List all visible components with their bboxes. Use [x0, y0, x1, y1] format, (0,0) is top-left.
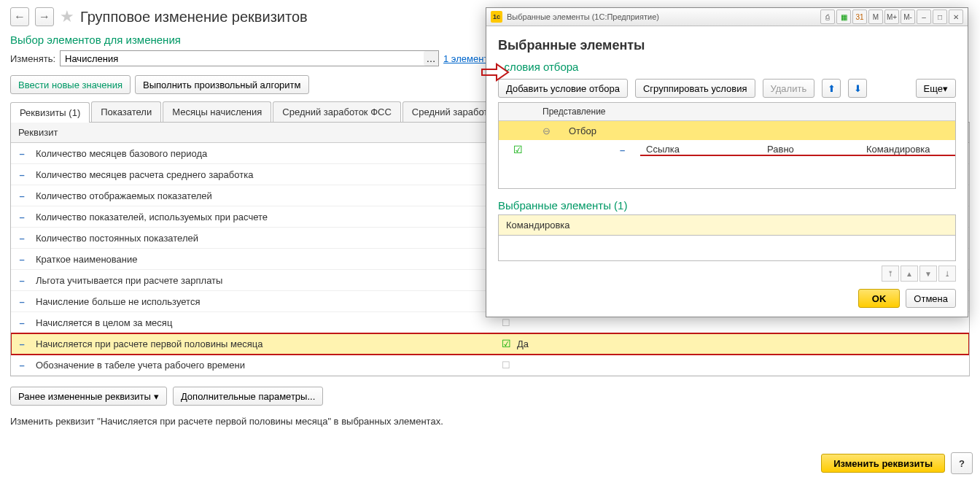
row-checkbox[interactable]: ☐: [495, 360, 517, 371]
row-name: Количество показателей, используемых при…: [33, 212, 495, 222]
dialog-heading: Выбранные элементы: [498, 38, 956, 53]
cond-group-label: Отбор: [563, 125, 602, 136]
dash-icon: –: [11, 360, 33, 371]
run-algorithm-button[interactable]: Выполнить произвольный алгоритм: [135, 75, 308, 94]
change-label: Изменять:: [10, 53, 55, 64]
arrow-left-icon: ←: [14, 10, 26, 23]
page-last-icon[interactable]: ⤓: [938, 266, 956, 282]
change-picker-button[interactable]: …: [424, 51, 438, 66]
selected-elements-dialog: 1c Выбранные элементы (1С:Предприятие) ⎙…: [486, 7, 968, 317]
row-name: Начисление больше не используется: [33, 296, 495, 307]
dash-icon: –: [11, 317, 33, 328]
m-minus-button[interactable]: M-: [901, 9, 915, 24]
cond-field: Ссылка: [640, 144, 761, 156]
grid-icon[interactable]: ▦: [836, 9, 851, 24]
move-down-button[interactable]: ⬇: [848, 79, 867, 98]
arrow-annotation-icon: [481, 62, 510, 82]
dash-icon: –: [11, 148, 33, 159]
tab-requisites[interactable]: Реквизиты (1): [10, 102, 90, 123]
m-button[interactable]: M: [868, 9, 883, 24]
print-icon[interactable]: ⎙: [820, 9, 835, 24]
table-row[interactable]: –Начисляется при расчете первой половины…: [11, 333, 969, 355]
dash-icon: –: [11, 296, 33, 307]
dash-icon: –: [11, 212, 33, 222]
row-name: Количество отображаемых показателей: [33, 190, 495, 201]
minimize-icon[interactable]: –: [917, 9, 931, 24]
row-checkbox[interactable]: ☑: [495, 338, 517, 349]
cancel-button[interactable]: Отмена: [906, 289, 956, 308]
help-button[interactable]: ?: [951, 452, 973, 474]
arrow-down-icon: ⬇: [854, 83, 862, 94]
more-button[interactable]: Еще ▾: [916, 79, 956, 98]
extra-params-button[interactable]: Дополнительные параметры...: [173, 387, 323, 406]
dialog-title: Выбранные элементы (1С:Предприятие): [507, 12, 659, 21]
row-value: Да: [517, 338, 561, 349]
add-condition-button[interactable]: Добавить условие отбора: [498, 79, 628, 98]
enter-values-button[interactable]: Ввести новые значения: [10, 75, 131, 94]
dash-icon: –: [11, 233, 33, 244]
page-title: Групповое изменение реквизитов: [80, 9, 308, 26]
row-name: Льгота учитывается при расчете зарплаты: [33, 275, 495, 286]
cond-header-representation: Представление: [537, 103, 955, 120]
change-input[interactable]: [60, 50, 439, 66]
nav-back-button[interactable]: ←: [10, 7, 29, 26]
move-up-button[interactable]: ⬆: [822, 79, 841, 98]
row-name: Количество постоянных показателей: [33, 233, 495, 244]
nav-forward-button[interactable]: →: [35, 7, 54, 26]
star-icon[interactable]: ★: [60, 7, 74, 26]
cond-op: Равно: [761, 144, 860, 156]
arrow-right-icon: →: [39, 10, 50, 23]
cond-value: Командировка: [860, 144, 955, 156]
dash-icon: –: [11, 254, 33, 265]
selected-section-title: Выбранные элементы (1): [498, 199, 956, 212]
pager: ⤒ ▲ ▼ ⤓: [498, 266, 956, 282]
page-down-icon[interactable]: ▼: [919, 266, 937, 282]
row-name: Количество месяцев расчета среднего зара…: [33, 169, 495, 180]
checkbox-checked-icon[interactable]: ☑: [513, 144, 523, 155]
row-name: Краткое наименование: [33, 254, 495, 265]
selected-item[interactable]: Командировка: [498, 214, 956, 236]
chevron-down-icon: ▾: [154, 391, 159, 402]
dash-icon: –: [11, 190, 33, 201]
table-row[interactable]: –Обозначение в табеле учета рабочего вре…: [11, 355, 969, 376]
chevron-down-icon: ▾: [943, 83, 948, 94]
conditions-section-title: Условия отбора: [498, 61, 956, 73]
arrow-up-icon: ⬆: [828, 83, 836, 94]
collapse-icon[interactable]: ⊖: [537, 125, 563, 136]
calendar-icon[interactable]: 31: [852, 9, 867, 24]
status-text: Изменить реквизит "Начисляется при расче…: [10, 416, 970, 427]
dialog-titlebar[interactable]: 1c Выбранные элементы (1С:Предприятие) ⎙…: [486, 8, 968, 26]
cond-group-row[interactable]: ⊖ Отбор: [499, 121, 955, 140]
dash-icon: –: [11, 169, 33, 180]
row-name: Начисляется в целом за месяц: [33, 317, 495, 328]
row-name: Обозначение в табеле учета рабочего врем…: [33, 360, 495, 371]
apply-changes-button[interactable]: Изменить реквизиты: [821, 454, 945, 473]
row-name: Количество месяцев базового периода: [33, 148, 495, 159]
row-checkbox[interactable]: ☐: [495, 317, 517, 328]
close-icon[interactable]: ✕: [949, 9, 963, 24]
page-first-icon[interactable]: ⤒: [882, 266, 899, 282]
delete-button[interactable]: Удалить: [763, 79, 815, 98]
maximize-icon[interactable]: □: [933, 9, 947, 24]
group-conditions-button[interactable]: Сгруппировать условия: [635, 79, 755, 98]
tab-avg-fss[interactable]: Средний заработок ФСС: [273, 101, 401, 122]
ok-button[interactable]: OK: [858, 289, 901, 308]
page-up-icon[interactable]: ▲: [901, 266, 918, 282]
prev-changed-button[interactable]: Ранее измененные реквизиты ▾: [10, 387, 167, 406]
tab-indicators[interactable]: Показатели: [91, 101, 161, 122]
dash-icon: –: [614, 144, 640, 155]
dash-icon: –: [11, 338, 33, 349]
cond-row[interactable]: ☑ – Ссылка Равно Командировка: [499, 140, 955, 159]
dash-icon: –: [11, 275, 33, 286]
row-name: Начисляется при расчете первой половины …: [33, 338, 495, 349]
tab-months[interactable]: Месяцы начисления: [163, 101, 271, 122]
m-plus-button[interactable]: M+: [884, 9, 899, 24]
app-1c-icon: 1c: [491, 11, 502, 23]
